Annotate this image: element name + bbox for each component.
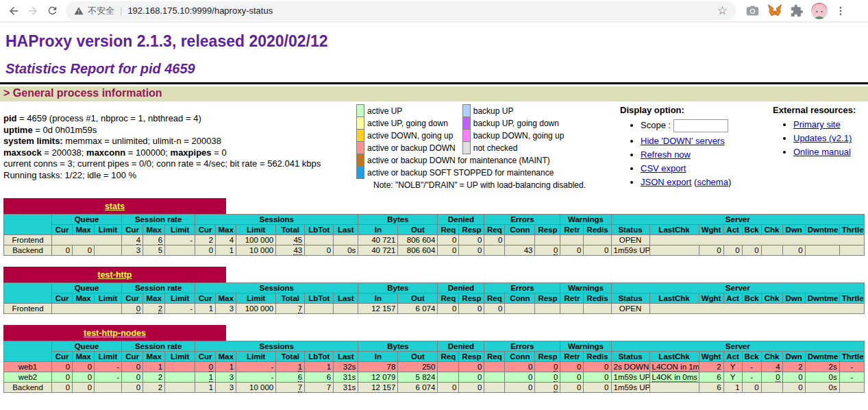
process-info-line: uptime = 0d 0h01m59s bbox=[3, 125, 356, 136]
stat-cell: 0 bbox=[761, 372, 782, 383]
proxy-name-link[interactable]: test-http bbox=[98, 270, 132, 280]
legend-label: backup UP bbox=[470, 105, 571, 117]
column-header: Max bbox=[143, 225, 165, 235]
scope-input[interactable] bbox=[673, 119, 728, 132]
display-option-link[interactable]: JSON export bbox=[641, 177, 691, 187]
menu-dots-icon[interactable] bbox=[835, 5, 846, 17]
back-button[interactable] bbox=[4, 1, 23, 21]
stat-cell: 0 bbox=[122, 304, 143, 314]
stat-cell: 6 074 bbox=[398, 304, 438, 314]
stat-cell: - bbox=[839, 362, 864, 372]
stat-cell: 3 bbox=[122, 245, 143, 256]
stat-cell: OPEN bbox=[611, 304, 649, 314]
column-header: Max bbox=[73, 293, 95, 304]
omnibox-separator: | bbox=[120, 5, 122, 16]
column-header: In bbox=[358, 225, 398, 235]
legend-label: active UP, going down bbox=[364, 117, 463, 130]
display-options-title: Display option: bbox=[620, 105, 684, 115]
tables: statsQueueSession rateSessionsBytesDenie… bbox=[3, 198, 868, 393]
group-header: Queue bbox=[52, 341, 122, 352]
display-option-link[interactable]: CSV export bbox=[641, 163, 686, 173]
stat-cell: 40 721 bbox=[358, 235, 398, 245]
external-resource-link[interactable]: Primary site bbox=[793, 119, 841, 130]
external-resource-link[interactable]: Updates (v2.1) bbox=[793, 133, 852, 143]
group-header: Bytes bbox=[358, 283, 438, 293]
stat-cell: 3 bbox=[216, 304, 236, 314]
stat-cell: 806 604 bbox=[398, 235, 438, 245]
stat-cell bbox=[535, 235, 560, 245]
proxy-name-link[interactable]: test-http-nodes bbox=[84, 328, 146, 338]
column-header: Dwn bbox=[782, 225, 805, 235]
stat-cell: 100 000 bbox=[236, 235, 276, 245]
address-bar[interactable]: 不安全 | 192.168.175.10:9999/haproxy-status… bbox=[66, 1, 736, 21]
stat-cell: 1 bbox=[195, 372, 216, 383]
stat-cell: 6 bbox=[699, 383, 723, 393]
process-info-line: current conns = 3; current pipes = 0/0; … bbox=[3, 158, 356, 170]
proxy-name-link[interactable]: stats bbox=[105, 202, 125, 211]
column-header: Limit bbox=[95, 225, 122, 235]
stat-cell: 0 bbox=[438, 383, 459, 393]
stats-table-test-http: QueueSession rateSessionsBytesDeniedErro… bbox=[3, 282, 865, 314]
legend-color-swatch bbox=[462, 117, 470, 130]
stat-cell bbox=[649, 235, 864, 245]
display-option-item: Refresh now bbox=[641, 149, 767, 160]
column-header: Cur bbox=[195, 352, 216, 362]
stat-cell: Y bbox=[723, 372, 742, 383]
stat-cell bbox=[649, 245, 699, 256]
external-resource-link[interactable]: Online manual bbox=[793, 147, 851, 157]
display-option-link[interactable]: Hide 'DOWN' servers bbox=[641, 136, 725, 146]
stat-cell bbox=[560, 304, 584, 314]
url-text[interactable]: 192.168.175.10:9999/haproxy-status bbox=[127, 5, 273, 16]
stat-cell: - bbox=[165, 235, 195, 245]
stat-cell: 0 bbox=[535, 245, 560, 256]
stat-cell bbox=[761, 245, 782, 256]
column-header: Req bbox=[484, 352, 505, 362]
proxy-tab-test-http: test-http bbox=[3, 267, 226, 282]
stat-cell: 6 bbox=[305, 372, 334, 383]
bookmark-star-icon[interactable]: ☆ bbox=[717, 5, 728, 16]
stat-cell: 0 bbox=[122, 372, 143, 383]
stat-cell: - bbox=[742, 362, 761, 372]
column-header: Thrtle bbox=[839, 225, 864, 235]
column-header: Limit bbox=[236, 352, 276, 362]
profile-avatar[interactable] bbox=[811, 3, 828, 19]
column-header: Conn bbox=[505, 352, 535, 362]
stat-cell: 7 bbox=[305, 383, 334, 393]
column-header: Status bbox=[611, 293, 649, 304]
metamask-fox-icon[interactable] bbox=[767, 3, 782, 18]
stat-cell: L4OK in 0ms bbox=[649, 372, 699, 383]
title-rule bbox=[0, 82, 868, 84]
stat-cell: 0 bbox=[305, 245, 334, 256]
stat-cell: 0 bbox=[52, 383, 73, 393]
forward-button[interactable] bbox=[23, 1, 42, 21]
reload-button[interactable] bbox=[42, 1, 62, 21]
column-header: Total bbox=[276, 293, 305, 304]
security-label[interactable]: 不安全 bbox=[88, 5, 114, 17]
stat-cell: 1 bbox=[216, 362, 236, 372]
process-info: pid = 4659 (process #1, nbproc = 1, nbth… bbox=[0, 101, 356, 181]
stat-cell: 0 bbox=[560, 372, 584, 383]
stat-cell: L4CON in 1ms bbox=[649, 362, 699, 372]
column-header: Total bbox=[276, 225, 305, 235]
group-header: Session rate bbox=[122, 283, 195, 293]
stat-cell: 4 bbox=[122, 235, 143, 245]
display-option-link[interactable]: Refresh now bbox=[641, 149, 691, 160]
stat-cell bbox=[334, 235, 358, 245]
column-header: Retr bbox=[560, 293, 584, 304]
column-header: Req bbox=[438, 293, 459, 304]
row-name: Backend bbox=[4, 245, 52, 256]
column-header: In bbox=[358, 352, 398, 362]
column-header: Status bbox=[611, 225, 649, 235]
column-header: Limit bbox=[95, 352, 122, 362]
extensions-puzzle-icon[interactable] bbox=[790, 4, 804, 18]
camera-extension-icon[interactable] bbox=[745, 3, 760, 18]
column-header: Retr bbox=[560, 225, 584, 235]
display-option-link[interactable]: schema bbox=[697, 177, 728, 187]
display-options-list: Scope : Hide 'DOWN' serversRefresh nowCS… bbox=[620, 119, 767, 187]
column-header: Resp bbox=[535, 293, 560, 304]
table-row-Backend: Backend00350110 0004300s40 721806 604004… bbox=[4, 245, 865, 256]
stat-cell: 1m59s UP bbox=[611, 383, 649, 393]
column-header: Req bbox=[484, 225, 505, 235]
column-header: Max bbox=[216, 352, 236, 362]
avatar-image bbox=[811, 3, 828, 19]
